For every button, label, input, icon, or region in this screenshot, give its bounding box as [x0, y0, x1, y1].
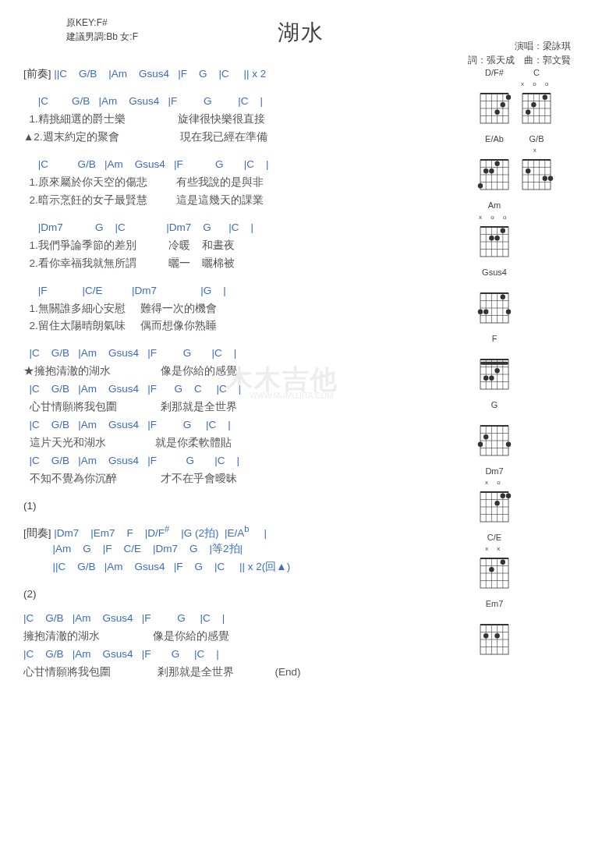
chord-mute-row: x	[533, 147, 540, 154]
svg-point-58	[501, 228, 505, 232]
svg-point-73	[478, 309, 483, 314]
verse-chords: |Dm7 G |C |Dm7 G |C |	[23, 221, 253, 233]
outro-lyric: 心甘情願將我包圍 剎那就是全世界 (End)	[23, 666, 301, 678]
chord-diagram-gb: G/Bx	[519, 133, 554, 193]
chord-grid-icon	[477, 618, 512, 657]
intro-label: [前奏]	[23, 68, 51, 80]
chord-diagram-em7: Em7	[477, 597, 512, 657]
svg-point-96	[483, 434, 488, 439]
verse-lyric-2: 2.暗示烹飪的女子最賢慧 這是這幾天的課業	[23, 194, 264, 206]
chord-mute-row: x o o	[521, 81, 552, 87]
chord-diagram-label: G/B	[529, 133, 544, 146]
verse-lyric-1: 1.無關誰多細心安慰 難得一次的機會	[23, 303, 217, 314]
svg-point-86	[483, 375, 488, 380]
svg-point-23	[526, 110, 530, 115]
svg-point-85	[489, 375, 494, 380]
svg-point-22	[531, 102, 536, 107]
chord-diagram-label: E/Ab	[485, 133, 504, 146]
svg-point-33	[494, 161, 499, 166]
chord-grid-icon	[477, 552, 512, 591]
chorus-chords: |C G/B |Am Gsus4 |F G |C |	[23, 455, 239, 466]
verse-chords: |C G/B |Am Gsus4 |F G |C |	[23, 95, 263, 107]
chord-grid-icon	[477, 221, 512, 260]
svg-point-48	[543, 176, 547, 181]
verse-chords: |C G/B |Am Gsus4 |F G |C |	[23, 158, 269, 170]
chord-grid-icon	[477, 87, 512, 126]
svg-point-21	[543, 95, 547, 100]
svg-point-46	[526, 169, 530, 174]
verse-lyric-1: 1.我們爭論季節的差別 冷暖 和晝夜	[23, 239, 235, 251]
svg-point-84	[494, 368, 499, 373]
chord-grid-icon	[477, 420, 512, 459]
svg-point-36	[478, 184, 483, 189]
chord-diagram-label: Em7	[486, 597, 504, 611]
chord-grid-icon	[477, 486, 512, 525]
chord-diagram-label: Am	[488, 199, 501, 212]
intro-chords: ||C G/B |Am Gsus4 |F G |C || x 2	[51, 68, 267, 80]
chord-diagram-label: C/E	[487, 531, 501, 544]
chord-diagram-am: Amx o o	[477, 199, 512, 259]
chord-diagram-ce: C/Ex x	[477, 531, 512, 591]
chord-diagram-label: Gsus4	[482, 266, 507, 279]
verse-lyric-1: 1.原來屬於你天空的傷悲 有些我說的是與非	[23, 176, 264, 188]
suggest-key: 建議男調:Bb 女:F	[66, 30, 138, 44]
chord-diagram-f: F	[477, 332, 512, 392]
chord-diagram-c: Cx o o	[519, 66, 554, 126]
svg-point-71	[506, 309, 511, 314]
chord-grid-icon	[519, 87, 554, 126]
interlude-line1c: |	[250, 526, 267, 538]
chorus-lyric: 這片天光和湖水 就是你柔軟體貼	[23, 437, 232, 448]
interlude-line2: |Am G |F C/E |Dm7 G |等2拍|	[23, 543, 243, 554]
chorus-lyric: ★擁抱清澈的湖水 像是你給的感覺	[23, 365, 237, 377]
chord-mute-row: x x	[485, 546, 504, 552]
chord-sheet: [前奏] ||C G/B |Am Gsus4 |F G |C || x 2 |C…	[23, 66, 477, 691]
svg-point-34	[489, 169, 494, 174]
svg-point-9	[506, 95, 511, 100]
chord-grid-icon	[519, 154, 554, 193]
svg-point-10	[501, 102, 505, 107]
chorus-chords: |C G/B |Am Gsus4 |F G |C |	[23, 347, 236, 359]
verse-lyric-2: ▲2.週末約定的聚會 現在我已經在準備	[23, 131, 267, 143]
section-2-num: (2)	[23, 586, 469, 603]
chorus-lyric: 心甘情願將我包圍 剎那就是全世界	[23, 401, 237, 413]
chord-grid-icon	[477, 154, 512, 193]
section-1-num: (1)	[23, 498, 469, 515]
svg-point-60	[489, 236, 494, 240]
chorus-lyric: 不知不覺為你沉醉 才不在乎會曖昧	[23, 473, 237, 484]
outro-chords: |C G/B |Am Gsus4 |F G |C |	[23, 612, 225, 624]
svg-point-108	[506, 493, 511, 498]
interlude-line1b: |G (2拍) |E/A	[169, 526, 244, 538]
singer-credit: 演唱：梁詠琪	[468, 39, 571, 53]
svg-point-72	[483, 309, 488, 314]
writer-credit: 詞：張天成 曲：郭文賢	[468, 53, 571, 67]
svg-point-70	[501, 294, 505, 299]
interlude-label: [間奏]	[23, 526, 51, 538]
verse-lyric-1: 1.精挑細選的爵士樂 旋律很快樂很直接	[23, 113, 265, 125]
chord-grid-icon	[477, 287, 512, 326]
chord-diagram-label: Dm7	[485, 465, 503, 478]
chord-diagram-dm7: Dm7x o	[477, 465, 512, 525]
outro-chords: |C G/B |Am Gsus4 |F G |C |	[23, 648, 219, 660]
chord-diagram-label: F	[492, 332, 498, 345]
outro-lyric: 擁抱清澈的湖水 像是你給的感覺	[23, 630, 229, 642]
chord-diagram-label: C	[533, 66, 540, 80]
svg-point-131	[483, 633, 488, 638]
svg-point-120	[501, 559, 505, 564]
chorus-chords: |C G/B |Am Gsus4 |F G C |C |	[23, 383, 241, 395]
svg-point-59	[494, 236, 499, 240]
svg-point-109	[501, 493, 505, 498]
svg-point-110	[494, 501, 499, 505]
svg-point-35	[483, 169, 488, 174]
svg-rect-83	[480, 361, 508, 364]
svg-point-121	[489, 567, 494, 572]
verse-lyric-2: 2.看你幸福我就無所謂 曬一 曬棉被	[23, 257, 235, 269]
chord-diagram-label: G	[491, 399, 498, 412]
svg-point-11	[494, 110, 499, 115]
original-key: 原KEY:F#	[66, 16, 138, 30]
interlude-line1a: |Dm7 |Em7 F |D/F	[51, 526, 165, 538]
chorus-chords: |C G/B |Am Gsus4 |F G |C |	[23, 419, 231, 430]
chord-grid-icon	[477, 353, 512, 392]
chord-diagram-df: D/F#	[477, 66, 512, 126]
svg-point-97	[506, 441, 511, 446]
verse-chords: |F |C/E |Dm7 |G |	[23, 285, 226, 296]
